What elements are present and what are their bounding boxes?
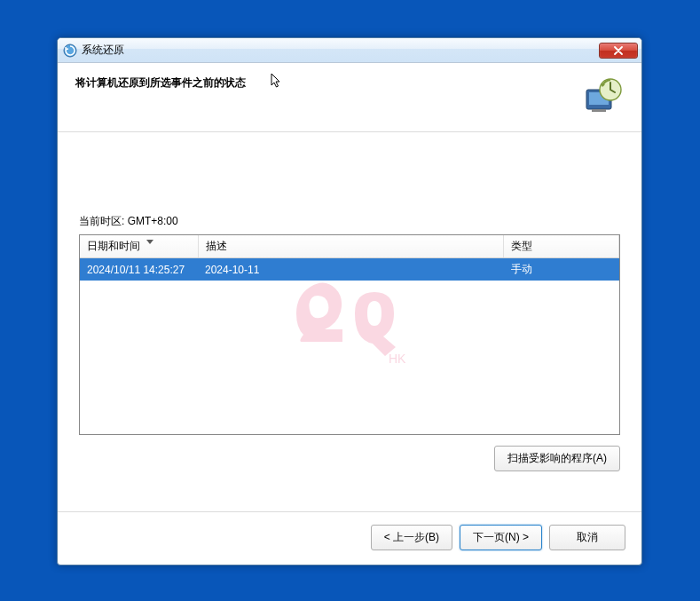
system-restore-window: 系统还原 将计算机还原到所选事件之前的状态 xyxy=(57,37,642,565)
table-row[interactable]: 2024/10/11 14:25:27 2024-10-11 手动 xyxy=(80,258,619,281)
column-description[interactable]: 描述 xyxy=(198,235,504,258)
wizard-content: 当前时区: GMT+8:00 日期和时间 xyxy=(58,132,641,511)
wizard-footer: < 上一步(B) 下一页(N) > 取消 xyxy=(58,511,641,565)
column-type[interactable]: 类型 xyxy=(504,235,619,258)
sort-descending-icon xyxy=(146,234,153,247)
column-description-label: 描述 xyxy=(206,240,227,252)
scan-affected-programs-button[interactable]: 扫描受影响的程序(A) xyxy=(494,446,620,471)
cancel-button[interactable]: 取消 xyxy=(549,525,625,550)
scan-row: 扫描受影响的程序(A) xyxy=(79,446,620,471)
page-title: 将计算机还原到所选事件之前的状态 xyxy=(75,75,581,91)
window-title: 系统还原 xyxy=(82,43,599,58)
column-datetime[interactable]: 日期和时间 xyxy=(80,235,198,258)
restore-points-table[interactable]: 日期和时间 描述 类型 xyxy=(79,234,620,435)
close-button[interactable] xyxy=(599,43,638,59)
page-title-text: 将计算机还原到所选事件之前的状态 xyxy=(75,76,246,89)
wizard-header: 将计算机还原到所选事件之前的状态 xyxy=(58,63,641,132)
restore-point-icon xyxy=(581,75,624,118)
svg-rect-3 xyxy=(592,109,606,112)
column-type-label: 类型 xyxy=(511,240,532,252)
system-restore-icon xyxy=(63,43,77,58)
cell-type: 手动 xyxy=(504,258,619,281)
timezone-label: 当前时区: GMT+8:00 xyxy=(79,214,620,229)
next-button[interactable]: 下一页(N) > xyxy=(460,525,542,550)
table-header-row: 日期和时间 描述 类型 xyxy=(80,235,619,258)
close-icon xyxy=(613,46,624,55)
titlebar[interactable]: 系统还原 xyxy=(58,38,641,63)
back-button[interactable]: < 上一步(B) xyxy=(371,525,452,550)
cell-description: 2024-10-11 xyxy=(198,258,504,281)
column-datetime-label: 日期和时间 xyxy=(87,240,140,252)
mouse-cursor-icon xyxy=(271,73,283,91)
cell-datetime: 2024/10/11 14:25:27 xyxy=(80,258,198,281)
